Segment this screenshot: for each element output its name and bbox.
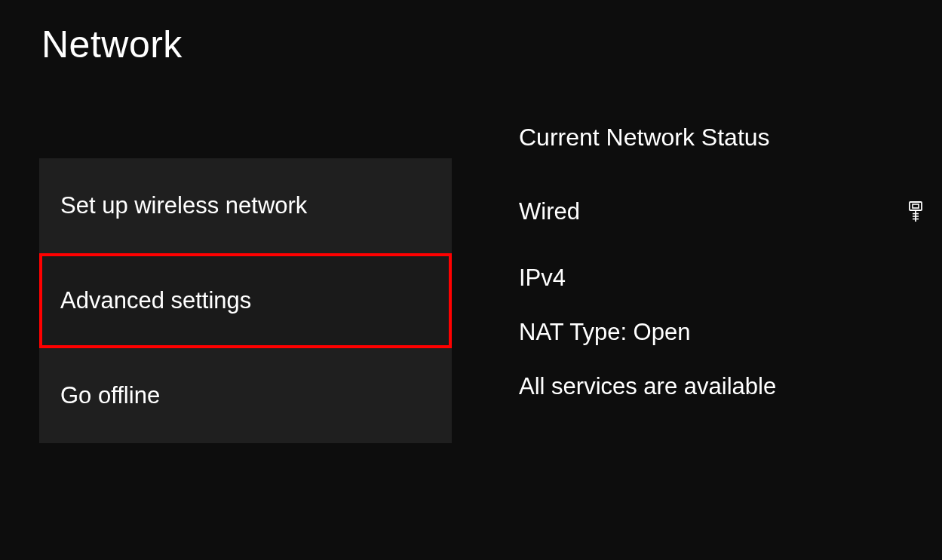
menu-item-setup-wireless[interactable]: Set up wireless network	[39, 158, 452, 253]
status-services: All services are available	[519, 373, 930, 400]
menu-item-label: Go offline	[60, 382, 160, 409]
menu-item-go-offline[interactable]: Go offline	[39, 348, 452, 443]
status-ip-version: IPv4	[519, 265, 930, 292]
network-menu: Set up wireless network Advanced setting…	[39, 158, 452, 443]
connection-type-label: Wired	[519, 198, 580, 225]
menu-item-label: Set up wireless network	[60, 192, 307, 219]
menu-item-label: Advanced settings	[60, 287, 251, 314]
ethernet-icon	[907, 201, 924, 222]
network-status-panel: Current Network Status Wired IPv4 NAT Ty…	[519, 124, 930, 427]
svg-rect-0	[910, 202, 922, 210]
status-heading: Current Network Status	[519, 124, 930, 151]
svg-rect-1	[913, 204, 919, 208]
status-nat-type: NAT Type: Open	[519, 319, 930, 346]
page-title: Network	[41, 23, 183, 66]
menu-item-advanced-settings[interactable]: Advanced settings	[39, 253, 452, 348]
status-connection-row: Wired	[519, 198, 930, 225]
